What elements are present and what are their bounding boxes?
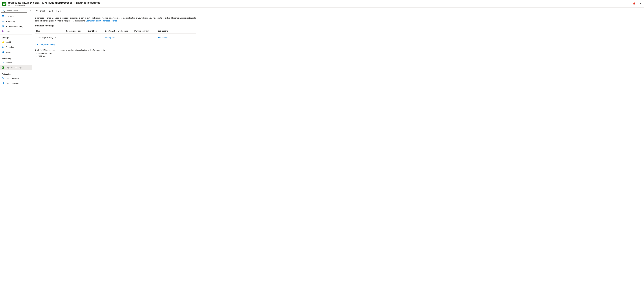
search-header: 🔍 « <box>0 7 32 14</box>
svg-rect-6 <box>2 16 3 17</box>
col-header-workspace: Log Analytics workspace <box>104 29 133 33</box>
svg-marker-3 <box>5 4 6 5</box>
tasks-label: Tasks (preview) <box>6 77 19 79</box>
col-header-storage: Storage account <box>64 29 86 33</box>
table-header-row: Name Storage account Event hub Log Analy… <box>35 28 196 34</box>
export-icon <box>2 82 4 84</box>
sidebar-item-identity[interactable]: Identity <box>0 39 32 44</box>
description-text: Diagnostic settings are used to configur… <box>35 16 196 22</box>
svg-rect-0 <box>3 3 6 3</box>
title-separator: | <box>74 1 75 4</box>
settings-section-header: Settings <box>0 35 32 39</box>
sidebar-item-tasks[interactable]: Tasks (preview) <box>0 76 32 81</box>
sidebar-item-diagnostic-settings[interactable]: D Diagnostic settings <box>0 65 32 70</box>
search-area: 🔍 <box>0 7 28 14</box>
feedback-button[interactable]: 💬 Feedback <box>48 9 62 13</box>
header-actions: 📌 ··· ✕ <box>632 2 642 5</box>
metrics-label: Metrics <box>6 62 12 64</box>
sidebar-item-activity-log[interactable]: Activity log <box>0 19 32 24</box>
content-area: ↻ Refresh 💬 Feedback Diagnostic settings… <box>32 7 644 286</box>
properties-label: Properties <box>6 46 14 48</box>
monitoring-section-header: Monitoring <box>0 56 32 60</box>
svg-point-13 <box>2 31 3 31</box>
cell-workspace: workspace <box>104 35 134 39</box>
sidebar-item-iam[interactable]: Access control (IAM) <box>0 24 32 29</box>
overview-label: Overview <box>6 15 14 17</box>
iam-icon <box>2 25 4 28</box>
search-box[interactable]: 🔍 <box>1 9 27 12</box>
search-icon: 🔍 <box>2 9 5 12</box>
svg-point-16 <box>3 47 4 47</box>
add-diagnostic-setting-link[interactable]: + Add diagnostic setting <box>35 43 55 46</box>
automation-section-header: Automation <box>0 71 32 76</box>
metrics-icon <box>2 61 4 64</box>
cell-edit: Edit setting <box>157 35 176 39</box>
svg-rect-17 <box>2 52 4 53</box>
svg-rect-20 <box>4 62 4 63</box>
resource-name: topic01stg-811a624a-8a77-437e-89de-dfeb5… <box>8 1 72 4</box>
svg-rect-29 <box>2 83 3 83</box>
list-item-delivery-failures: DeliveryFailures <box>38 52 641 54</box>
search-input[interactable] <box>6 10 26 12</box>
locks-icon <box>2 51 4 53</box>
svg-rect-10 <box>2 22 3 22</box>
divider-monitoring <box>0 55 32 55</box>
workspace-link[interactable]: workspace <box>106 36 114 39</box>
iam-label: Access control (IAM) <box>6 25 23 27</box>
svg-rect-18 <box>2 63 2 63</box>
data-types-list: DeliveryFailures AllMetrics <box>38 52 641 57</box>
refresh-icon: ↻ <box>36 10 38 12</box>
app-container: topic01stg-811a624a-8a77-437e-89de-dfeb5… <box>0 0 644 286</box>
pin-icon[interactable]: 📌 <box>632 2 636 5</box>
refresh-button[interactable]: ↻ Refresh <box>34 9 47 13</box>
edit-setting-link[interactable]: Edit setting <box>158 36 168 39</box>
feedback-icon: 💬 <box>49 10 51 12</box>
sidebar-item-tags[interactable]: Tags <box>0 29 32 34</box>
svg-rect-7 <box>3 16 4 17</box>
sidebar-item-properties[interactable]: Properties <box>0 44 32 49</box>
locks-label: Locks <box>6 51 10 53</box>
resource-icon-svg <box>3 2 6 5</box>
resource-icon <box>2 2 6 6</box>
close-icon[interactable]: ✕ <box>640 2 642 5</box>
sidebar-item-export-template[interactable]: Export template <box>0 81 32 86</box>
learn-more-link[interactable]: Learn more about diagnostic settings <box>86 20 117 22</box>
svg-rect-1 <box>3 3 6 4</box>
svg-rect-2 <box>3 4 5 5</box>
activity-log-icon <box>2 20 4 23</box>
tags-label: Tags <box>6 30 10 32</box>
tags-icon <box>2 30 4 33</box>
toolbar: ↻ Refresh 💬 Feedback <box>32 7 644 14</box>
main-layout: 🔍 « Overview Activity log <box>0 7 644 286</box>
identity-icon <box>2 41 4 43</box>
properties-icon <box>2 46 4 48</box>
svg-point-14 <box>3 41 4 42</box>
header: topic01stg-811a624a-8a77-437e-89de-dfeb5… <box>0 0 644 7</box>
sidebar-item-metrics[interactable]: Metrics <box>0 60 32 65</box>
collapse-icon[interactable]: « <box>28 8 32 13</box>
info-text: Click 'Add Diagnostic setting' above to … <box>35 49 641 51</box>
svg-rect-9 <box>2 21 4 21</box>
more-icon[interactable]: ··· <box>637 2 638 5</box>
cell-eventhub: - <box>87 35 104 39</box>
diagnostic-settings-section-title: Diagnostic settings <box>35 24 641 27</box>
refresh-label: Refresh <box>39 10 45 12</box>
tasks-icon <box>2 77 4 80</box>
cell-name: systemtopic01-diagnosti... <box>36 35 65 39</box>
svg-rect-5 <box>3 15 4 16</box>
col-header-partner: Partner solution <box>133 29 156 33</box>
svg-text:D: D <box>2 67 3 68</box>
table-row: systemtopic01-diagnosti... - - workspace… <box>35 34 196 41</box>
list-item-all-metrics: AllMetrics <box>38 55 641 57</box>
svg-rect-8 <box>2 21 4 21</box>
sidebar-item-locks[interactable]: Locks <box>0 49 32 54</box>
feedback-label: Feedback <box>52 10 60 12</box>
overview-icon <box>2 15 4 18</box>
svg-rect-30 <box>2 83 3 83</box>
content-body: Diagnostic settings are used to configur… <box>32 14 644 60</box>
sidebar-item-overview[interactable]: Overview <box>0 14 32 19</box>
header-subtitle: Event Grid System Topic <box>8 4 632 6</box>
svg-rect-4 <box>2 15 3 16</box>
col-header-name: Name <box>35 29 64 33</box>
col-header-eventhub: Event hub <box>86 29 104 33</box>
